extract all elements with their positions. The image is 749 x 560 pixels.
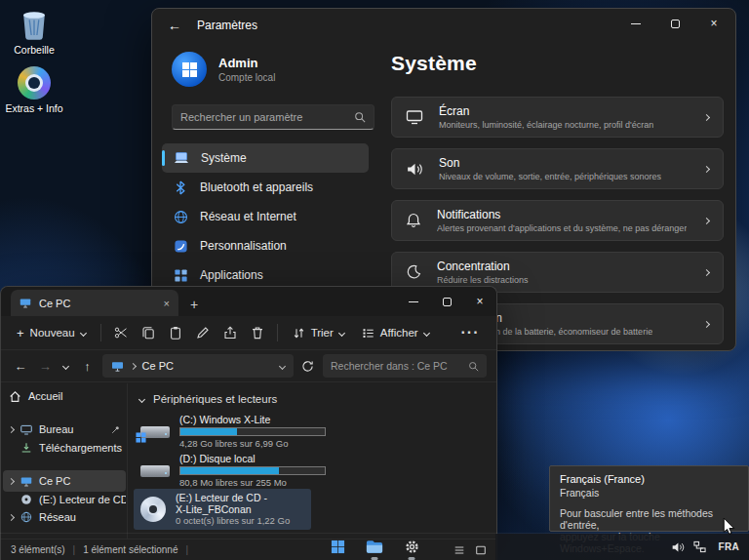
taskbar-settings-button[interactable] [399,535,424,560]
search-icon [354,111,366,123]
search-icon [468,361,479,372]
maximize-button[interactable] [430,287,463,316]
avatar [172,52,207,87]
drive-d-item[interactable]: (D:) Disque local 80,8 Mo libres sur 255… [134,450,333,492]
breadcrumb-location[interactable]: Ce PC [142,360,174,372]
network-icon[interactable] [693,540,706,553]
keyboard-layout: Français [560,487,738,499]
settings-card-ecran[interactable]: Écran Moniteurs, luminosité, éclairage n… [391,97,724,138]
minimize-button[interactable] [397,287,430,316]
network-globe-icon [20,511,32,523]
cd-drive-icon [140,497,166,522]
settings-window-controls: × [616,9,733,38]
new-tab-button[interactable]: + [190,298,198,311]
explorer-search-input[interactable] [331,360,462,372]
recycle-bin-icon [0,6,68,41]
start-button[interactable] [325,535,350,560]
chevron-right-icon [703,113,710,120]
settings-search-input[interactable] [180,111,354,123]
sidebar-item-reseau[interactable]: Réseau [3,506,126,528]
account-profile[interactable]: Admin Compte local [172,52,378,87]
sidebar-item-bluetooth[interactable]: Bluetooth et appareils [162,173,369,202]
explorer-search-box [323,354,487,378]
sidebar-item-telechargements[interactable]: Téléchargements [3,437,126,459]
bluetooth-icon [174,180,188,195]
up-button[interactable]: ↑ [77,354,97,378]
back-button[interactable]: ← [168,18,181,33]
explorer-body: Accueil Bureau Téléchargements [1,383,496,539]
maximize-button[interactable] [655,9,694,38]
pin-icon [111,425,120,434]
forward-button[interactable]: → [35,354,55,378]
sort-button[interactable]: Trier [285,322,352,344]
system-tray: FRA [671,534,743,560]
chevron-right-icon [703,268,710,275]
system-icon [174,151,189,165]
explorer-tab-bar: Ce PC × + × [1,287,496,316]
explorer-window-controls: × [397,287,496,316]
desktop-icon-label: Extras + Info [5,102,62,114]
chevron-down-icon[interactable] [279,362,286,369]
tab-ce-pc[interactable]: Ce PC × [11,290,178,316]
apps-grid-icon [174,268,188,283]
explorer-address-bar: ← → ↑ Ce PC [1,350,496,382]
tab-close-icon[interactable]: × [164,298,170,309]
plus-icon: + [17,326,24,340]
hard-drive-icon [140,465,170,477]
desktop-icon-recycle-bin[interactable]: Corbeille [0,6,68,56]
view-button[interactable]: Afficher [354,322,437,344]
breadcrumb[interactable]: Ce PC [102,354,294,378]
paste-button[interactable] [163,321,188,344]
settings-card-son[interactable]: Son Niveaux de volume, sortie, entrée, p… [391,148,724,189]
disc-icon [20,494,32,505]
language-name: Français (France) [560,473,738,485]
extras-disc-icon [0,66,68,100]
chevron-down-icon [138,395,145,402]
rename-button[interactable] [190,321,216,344]
sort-icon [293,327,305,340]
chevron-down-icon [338,329,345,336]
drive-e-item[interactable]: (E:) Lecteur de CD - X-Lite_FBConan 0 oc… [134,489,311,530]
explorer-sidebar: Accueil Bureau Téléchargements [1,383,128,539]
disk-usage-bar [179,466,326,475]
settings-titlebar: ← Paramètres × [152,9,735,42]
back-button[interactable]: ← [11,354,30,378]
history-dropdown-button[interactable] [59,354,72,378]
chevron-down-icon [62,362,69,369]
settings-card-notifications[interactable]: Notifications Alertes provenant d'applic… [391,200,724,241]
close-button[interactable]: × [463,287,496,316]
sidebar-item-accueil[interactable]: Accueil [3,385,126,407]
volume-icon[interactable] [671,541,685,553]
pc-monitor-icon [20,476,32,487]
sidebar-item-reseau[interactable]: Réseau et Internet [162,202,369,231]
focus-moon-icon [406,264,421,280]
drive-c-item[interactable]: (C:) Windows X-Lite 4,28 Go libres sur 6… [134,411,333,453]
minimize-button[interactable] [616,9,655,38]
cut-button[interactable] [108,321,134,344]
sidebar-item-personnalisation[interactable]: Personnalisation [162,231,369,260]
desktop-icon-extras-info[interactable]: Extras + Info [0,66,68,114]
chevron-right-icon[interactable] [8,513,15,520]
windows-logo-icon [331,540,345,554]
more-options-button[interactable]: ··· [457,321,483,344]
chevron-right-icon[interactable] [8,477,15,484]
close-button[interactable]: × [694,9,733,38]
copy-button[interactable] [136,321,161,344]
refresh-button[interactable] [298,354,318,378]
desktop-monitor-icon [20,424,32,435]
sidebar-item-systeme[interactable]: Système [162,143,369,173]
new-button[interactable]: + Nouveau [9,321,94,345]
disk-usage-bar [179,427,326,436]
chevron-right-icon[interactable] [8,425,15,432]
explorer-toolbar: + Nouveau Trier Afficher ··· [1,316,496,350]
file-explorer-window: Ce PC × + × + Nouveau [0,286,497,560]
settings-search-box [172,104,374,130]
section-devices-and-drives[interactable]: Périphériques et lecteurs [139,393,277,405]
taskbar-file-explorer-button[interactable] [362,535,387,560]
pc-monitor-icon [20,298,31,308]
view-list-icon [362,327,374,340]
delete-button[interactable] [245,321,270,344]
explorer-content: Périphériques et lecteurs (C:) Windows X… [128,383,496,539]
language-indicator[interactable]: FRA [715,541,743,552]
share-button[interactable] [217,321,243,344]
